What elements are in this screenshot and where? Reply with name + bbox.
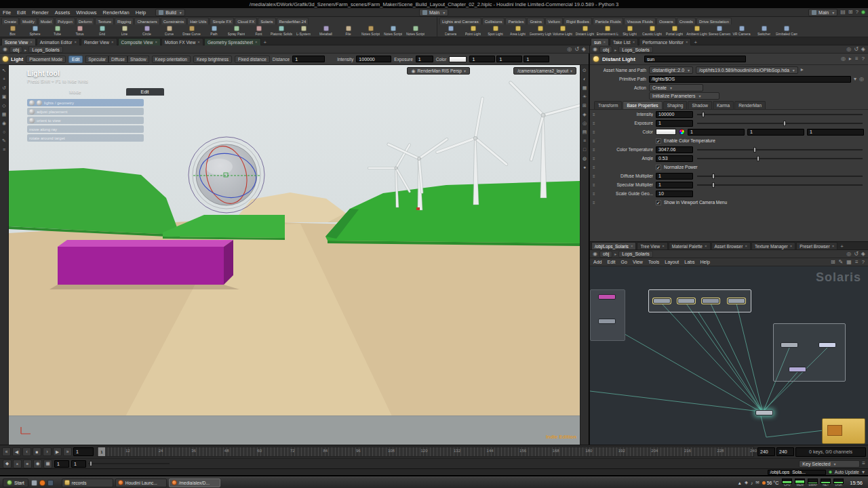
prim-path-field[interactable]: /lights/$OS [649, 76, 851, 83]
translate-icon[interactable]: + [1, 75, 8, 83]
shelf-tool-line[interactable]: Line [113, 26, 136, 36]
pane-tab-take-list[interactable]: Take List× [610, 38, 638, 45]
path-segment-lops-solaris[interactable]: Lops_Solaris [618, 46, 652, 53]
network-icon[interactable]: ◈ [745, 480, 748, 485]
pane-tab-animation-editor[interactable]: Animation Editor× [37, 38, 80, 45]
help-icon[interactable]: ? [862, 56, 865, 62]
param-tab-shaping[interactable]: Shaping [663, 101, 688, 109]
param-slider-specular-multiplier[interactable] [697, 184, 863, 186]
shelf-tab-viscous-fluids[interactable]: Viscous Fluids [624, 18, 656, 24]
net-menu-go[interactable]: Go [621, 260, 627, 264]
desktop-combo[interactable]: Build [155, 9, 185, 16]
menu-renderman[interactable]: RenderMan [103, 9, 130, 16]
settings-icon[interactable]: ● [581, 163, 589, 171]
net-tab-asset-browser[interactable]: Asset Browser× [711, 242, 751, 249]
param-slider-color-temperature[interactable] [697, 149, 863, 150]
keybar-options-icon[interactable]: ≡ [862, 461, 865, 466]
pane-tab-sun[interactable]: sun× [591, 38, 609, 45]
shelf-tool-l-system[interactable]: L-System [292, 26, 315, 36]
pane-tab-scene-view[interactable]: Scene View× [1, 38, 36, 45]
auto-update-label[interactable]: Auto Update [835, 470, 859, 474]
prim-path-menu-icon[interactable]: ▾ [854, 77, 856, 82]
key-selected-combo[interactable]: Key Selected [799, 460, 860, 468]
path-segment-lops-solaris[interactable]: Lops_Solaris [618, 251, 652, 258]
pin-path-icon[interactable]: ◉ [593, 251, 597, 257]
close-tab-icon[interactable]: × [705, 244, 707, 248]
shelf-tab-create[interactable]: Create [1, 18, 19, 24]
increment-field[interactable]: 1 [54, 460, 69, 468]
action-combo[interactable]: Create [649, 84, 703, 92]
path-segment-obj[interactable]: obj [9, 46, 22, 53]
shelf-tab-texture[interactable]: Texture [95, 18, 114, 24]
shelf-tab-deform[interactable]: Deform [76, 18, 95, 24]
history-icon[interactable]: ↺ [854, 47, 859, 52]
param-tab-renderman[interactable]: RenderMan [734, 101, 766, 109]
close-tab-icon[interactable]: × [255, 40, 258, 44]
shelf-tab-vellum[interactable]: Vellum [545, 18, 563, 24]
net-menu-layout[interactable]: Layout [665, 260, 679, 264]
net-menu-view[interactable]: View [633, 260, 643, 264]
shelf-tab-cloud-fx[interactable]: Cloud FX [235, 18, 257, 24]
view-icon[interactable]: ◉ [1, 119, 8, 127]
grid-icon[interactable]: ⊞ [581, 102, 589, 109]
fixed-distance-toggle[interactable]: Fixed distance [235, 56, 270, 63]
color-wheel-icon[interactable] [679, 129, 685, 135]
shelf-tab-drive-simulation[interactable]: Drive Simulation [696, 18, 732, 24]
parm-menu-icon[interactable]: ≡ [593, 192, 597, 196]
close-tab-icon[interactable]: × [111, 40, 114, 44]
menu-assets[interactable]: Assets [55, 9, 71, 16]
history-icon[interactable]: ↺ [574, 47, 579, 52]
intensity-field[interactable]: 100000 [356, 56, 391, 62]
color-swatch[interactable] [449, 56, 467, 62]
task-records[interactable]: records [62, 479, 113, 487]
path-segment-lops-solaris[interactable]: Lops_Solaris [28, 46, 62, 53]
menu-edit[interactable]: Edit [17, 9, 26, 16]
rotate-icon[interactable]: ↺ [1, 84, 8, 92]
step-forward-icon[interactable]: › [43, 447, 52, 456]
list-icon[interactable]: ≡ [855, 260, 859, 265]
shelf-tab-lights-and-cameras[interactable]: Lights and Cameras [439, 18, 481, 24]
scale-icon[interactable]: ▣ [1, 93, 8, 100]
lop-node-6[interactable] [781, 342, 798, 348]
param-tab-base-properties[interactable]: Base Properties [623, 101, 662, 109]
param-field-scale-guide-geo[interactable]: 10 [656, 190, 693, 197]
slider-handle[interactable] [783, 121, 786, 126]
stop-icon[interactable]: ■ [33, 447, 41, 456]
path-segment-obj[interactable]: obj [599, 251, 612, 258]
close-tab-icon[interactable]: × [790, 244, 793, 248]
shelf-tab-renderman-24[interactable]: RenderMan 24 [277, 18, 309, 24]
net-menu-add[interactable]: Add [593, 260, 601, 264]
network-box[interactable] [773, 323, 846, 382]
net-tab-obj-lops-solaris[interactable]: /obj/Lops_Solaris× [591, 242, 636, 249]
checkbox-normalize-power[interactable]: ✓ [656, 165, 661, 170]
close-tab-icon[interactable]: × [30, 40, 33, 44]
net-tab-tree-view[interactable]: Tree View× [637, 242, 667, 249]
channel-toggle-shadow[interactable]: Shadow [127, 56, 149, 63]
viewing-camera-combo[interactable]: /cameras/camera2_layout [513, 67, 576, 75]
param-slider-angle[interactable] [697, 158, 863, 159]
lop-node-8[interactable] [789, 367, 806, 372]
shelf-tool-distant-light[interactable]: Distant Light [574, 26, 596, 36]
notification-icon[interactable]: ▲ [737, 481, 741, 485]
parm-menu-icon[interactable]: ≡ [593, 121, 597, 125]
checkbox-enable-color-temperature[interactable]: ✓ [656, 138, 661, 144]
pin-icon[interactable]: ◎ [841, 56, 846, 62]
shelf-tool-portal-light[interactable]: Portal Light [663, 26, 686, 36]
slider-handle[interactable] [757, 156, 760, 161]
task-media-alex-d[interactable]: /media/alex/D... [169, 479, 220, 487]
shelf-tool-box[interactable]: Box [1, 26, 24, 36]
renderer-combo[interactable]: ◉RenderMan RIS Persp [407, 67, 470, 75]
brush-icon[interactable]: ✎ [1, 137, 8, 144]
shelf-tab-particles[interactable]: Particles [505, 18, 526, 24]
slider-handle[interactable] [702, 112, 705, 117]
shelf-tool-gimbaled-camera[interactable]: Gimbaled Camera [775, 26, 797, 36]
keep-brightness-toggle[interactable]: Keep brightness [193, 56, 232, 63]
shelf-tab-model[interactable]: Model [38, 18, 54, 24]
shelf-tool-notes-script[interactable]: Notes Script [359, 26, 382, 36]
frame-view-icon[interactable]: ▤ [581, 128, 589, 136]
gear-icon[interactable]: ≡ [855, 56, 859, 62]
show-desktop-icon[interactable] [31, 480, 37, 486]
parm-menu-icon[interactable]: ≡ [593, 148, 597, 152]
shelf-tab-crowds[interactable]: Crowds [677, 18, 696, 24]
desktop-switcher-combo[interactable]: Main [808, 9, 837, 16]
